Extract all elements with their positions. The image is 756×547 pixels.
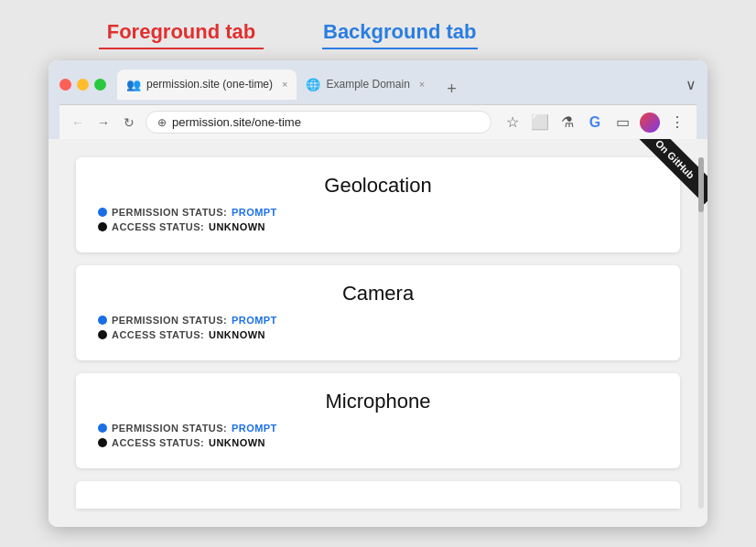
tab-labels: Foreground tab Background tab [49, 20, 707, 44]
permission-card-0: Geolocation PERMISSION STATUS: PROMPT AC… [76, 157, 680, 252]
access-value-2: UNKNOWN [209, 437, 265, 448]
address-text: permission.site/one-time [172, 115, 301, 129]
access-status-row-0: ACCESS STATUS: UNKNOWN [98, 221, 658, 232]
permission-dot-0 [98, 208, 107, 217]
partial-card [76, 481, 680, 509]
star-icon[interactable]: ☆ [502, 113, 523, 131]
lab-icon[interactable]: ⚗ [557, 113, 578, 131]
new-tab-button[interactable]: + [441, 80, 462, 99]
tab2-icon: 🌐 [306, 78, 320, 91]
cards-container: Geolocation PERMISSION STATUS: PROMPT AC… [76, 157, 680, 468]
access-label-2: ACCESS STATUS: [112, 437, 204, 448]
back-button[interactable]: ← [69, 115, 87, 130]
address-field[interactable]: ⊕ permission.site/one-time [146, 111, 491, 134]
permission-status-row-0: PERMISSION STATUS: PROMPT [98, 207, 658, 218]
permission-dot-1 [98, 316, 107, 325]
tab1-icon: 👥 [126, 78, 141, 91]
browser-window: 👥 permission.site (one-time) × 🌐 Example… [49, 60, 707, 527]
outer-wrapper: Foreground tab Background tab 👥 permissi… [21, 20, 735, 527]
extension-icon[interactable]: ⬜ [530, 113, 550, 131]
tab-menu-button[interactable]: ∨ [686, 76, 697, 99]
more-menu-icon[interactable]: ⋮ [667, 113, 687, 131]
close-button[interactable] [59, 79, 71, 91]
traffic-lights [59, 79, 106, 91]
permission-label-2: PERMISSION STATUS: [112, 423, 227, 434]
access-label-0: ACCESS STATUS: [112, 221, 204, 232]
permission-label-0: PERMISSION STATUS: [112, 207, 227, 218]
title-bar: 👥 permission.site (one-time) × 🌐 Example… [49, 60, 707, 139]
title-bar-top: 👥 permission.site (one-time) × 🌐 Example… [59, 70, 697, 99]
background-tab-label: Background tab [323, 20, 476, 44]
card-title-0: Geolocation [98, 174, 658, 198]
card-title-1: Camera [98, 282, 658, 306]
lock-icon: ⊕ [157, 116, 167, 129]
tab1-close-button[interactable]: × [282, 79, 287, 90]
card-title-2: Microphone [98, 390, 658, 413]
access-label-1: ACCESS STATUS: [112, 329, 204, 340]
tab-example-domain[interactable]: 🌐 Example Domain × [297, 70, 434, 99]
cast-icon[interactable]: ▭ [612, 113, 632, 131]
tab-permission-site[interactable]: 👥 permission.site (one-time) × [117, 70, 297, 99]
permission-status-row-2: PERMISSION STATUS: PROMPT [98, 423, 658, 434]
tabs-row: 👥 permission.site (one-time) × 🌐 Example… [117, 70, 697, 99]
permission-card-2: Microphone PERMISSION STATUS: PROMPT ACC… [76, 373, 680, 468]
access-status-row-2: ACCESS STATUS: UNKNOWN [98, 437, 658, 448]
github-corner: On GitHub [625, 139, 707, 221]
toolbar-icons: ☆ ⬜ ⚗ G ▭ ⋮ [502, 113, 687, 133]
permission-status-row-1: PERMISSION STATUS: PROMPT [98, 315, 658, 326]
access-value-1: UNKNOWN [209, 329, 265, 340]
github-corner-label: On GitHub [630, 139, 707, 204]
maximize-button[interactable] [94, 79, 106, 91]
content-area: On GitHub Geolocation PERMISSION STATUS:… [49, 139, 707, 527]
access-dot-2 [98, 438, 107, 447]
address-bar: ← → ↻ ⊕ permission.site/one-time ☆ ⬜ ⚗ G… [59, 104, 697, 139]
permission-value-0: PROMPT [232, 207, 277, 218]
permission-value-2: PROMPT [232, 423, 277, 434]
access-status-row-1: ACCESS STATUS: UNKNOWN [98, 329, 658, 340]
access-value-0: UNKNOWN [209, 221, 265, 232]
permission-dot-2 [98, 424, 107, 433]
foreground-tab-label: Foreground tab [49, 20, 314, 44]
permission-card-1: Camera PERMISSION STATUS: PROMPT ACCESS … [76, 265, 680, 360]
minimize-button[interactable] [77, 79, 89, 91]
scrollbar-thumb[interactable] [698, 157, 704, 212]
access-dot-0 [98, 222, 107, 231]
tab2-close-button[interactable]: × [419, 79, 425, 90]
forward-button[interactable]: → [94, 115, 113, 130]
access-dot-1 [98, 330, 107, 339]
permission-value-1: PROMPT [232, 315, 277, 326]
reload-button[interactable]: ↻ [120, 115, 138, 130]
google-icon[interactable]: G [585, 114, 605, 131]
permission-label-1: PERMISSION STATUS: [112, 315, 227, 326]
tab1-title: permission.site (one-time) [146, 78, 273, 91]
profile-icon[interactable] [640, 113, 660, 133]
scrollbar[interactable] [698, 157, 704, 509]
tab2-title: Example Domain [326, 78, 409, 91]
